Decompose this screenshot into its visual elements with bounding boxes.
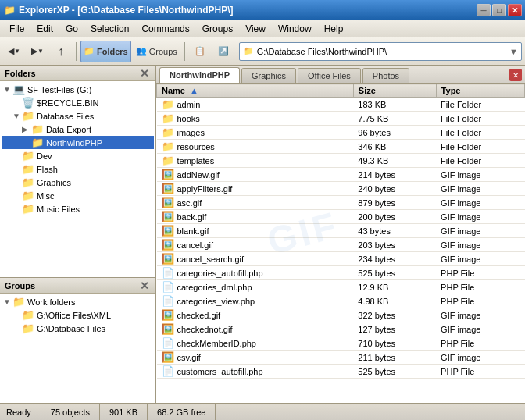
table-row[interactable]: 📄 customers_autofill.php 525 bytes PHP F… bbox=[157, 365, 525, 379]
table-row[interactable]: 📁 resources 346 KB File Folder bbox=[157, 140, 525, 154]
folder-icon: 💻 bbox=[12, 84, 25, 95]
menu-edit[interactable]: Edit bbox=[30, 22, 59, 36]
menu-commands[interactable]: Commands bbox=[135, 22, 195, 36]
folder-tree-item-recycle[interactable]: 🗑️$RECYCLE.BIN bbox=[2, 96, 154, 109]
tab-northwindphp[interactable]: NorthwindPHP bbox=[159, 67, 240, 83]
tab-close-button[interactable]: ✕ bbox=[509, 69, 522, 81]
table-row[interactable]: 📄 checkMemberID.php 710 bytes PHP File bbox=[157, 336, 525, 351]
folder-tree-item-northwind[interactable]: 📁NorthwindPHP bbox=[2, 136, 154, 149]
file-icon: 📁 bbox=[162, 155, 174, 166]
folder-tree-item-dataexport[interactable]: ▶📁Data Export bbox=[2, 123, 154, 136]
folder-icon: 📁 bbox=[22, 150, 34, 162]
title-bar: 📁 ExplorerXP - [G:\Database Files\Northw… bbox=[0, 0, 525, 20]
table-row[interactable]: 🖼️ csv.gif 211 bytes GIF image bbox=[157, 351, 525, 365]
table-row[interactable]: 🖼️ checkednot.gif 127 bytes GIF image bbox=[157, 322, 525, 336]
folder-tree-item-dev[interactable]: 📁Dev bbox=[2, 149, 154, 162]
forward-button[interactable]: ▶ ▼ bbox=[27, 41, 48, 62]
action-button-1[interactable]: 📋 bbox=[189, 41, 211, 62]
menu-groups[interactable]: Groups bbox=[196, 22, 239, 36]
menu-selection[interactable]: Selection bbox=[84, 22, 135, 36]
table-row[interactable]: 🖼️ asc.gif 879 bytes GIF image bbox=[157, 196, 525, 210]
folder-tree-item-sf[interactable]: ▼💻SF TestFiles (G:) bbox=[2, 83, 154, 96]
tab-graphics[interactable]: Graphics bbox=[241, 68, 296, 83]
file-icon: 📄 bbox=[162, 337, 174, 349]
file-name-cell: 📁 hooks bbox=[157, 112, 354, 126]
file-icon: 📁 bbox=[162, 141, 174, 152]
table-row[interactable]: 🖼️ cancel_search.gif 234 bytes GIF image bbox=[157, 252, 525, 266]
table-row[interactable]: 🖼️ checked.gif 322 bytes GIF image bbox=[157, 308, 525, 322]
table-row[interactable]: 🖼️ back.gif 200 bytes GIF image bbox=[157, 210, 525, 224]
table-row[interactable]: 📁 templates 49.3 KB File Folder bbox=[157, 154, 525, 168]
file-name-cell: 📁 images bbox=[157, 126, 354, 140]
close-button[interactable]: ✕ bbox=[508, 4, 522, 16]
folder-tree-item-flash[interactable]: 📁Flash bbox=[2, 162, 154, 176]
file-type-cell: GIF image bbox=[436, 238, 524, 252]
file-type-cell: GIF image bbox=[436, 224, 524, 238]
back-icon: ◀ bbox=[8, 46, 14, 56]
file-icon: 📁 bbox=[162, 112, 174, 124]
file-name-cell: 🖼️ applyFilters.gif bbox=[157, 182, 354, 196]
folders-button[interactable]: 📁 Folders bbox=[80, 41, 131, 62]
column-name[interactable]: Name ▲ bbox=[157, 84, 354, 98]
groups-panel: Groups ✕ ▼📁Work folders📁G:\Office Files\… bbox=[0, 278, 155, 403]
folder-tree-item-graphics[interactable]: 📁Graphics bbox=[2, 176, 154, 189]
file-name: back.gif bbox=[177, 212, 207, 222]
table-row[interactable]: 📄 categories_view.php 4.98 KB PHP File bbox=[157, 294, 525, 308]
status-objects-text: 75 objects bbox=[51, 408, 90, 417]
column-size[interactable]: Size bbox=[353, 84, 436, 98]
maximize-button[interactable]: □ bbox=[492, 4, 506, 16]
up-button[interactable]: ↑ bbox=[50, 41, 72, 62]
menu-help[interactable]: Help bbox=[318, 22, 350, 36]
folder-tree-item-misc[interactable]: 📁Misc bbox=[2, 189, 154, 202]
table-row[interactable]: 🖼️ addNew.gif 214 bytes GIF image bbox=[157, 168, 525, 182]
table-row[interactable]: 🖼️ applyFilters.gif 240 bytes GIF image bbox=[157, 182, 525, 196]
table-row[interactable]: 📁 hooks 7.75 KB File Folder bbox=[157, 112, 525, 126]
table-row[interactable]: 📄 categories_autofill.php 525 bytes PHP … bbox=[157, 266, 525, 280]
address-dropdown-icon[interactable]: ▼ bbox=[509, 47, 518, 56]
tab-photos[interactable]: Photos bbox=[362, 68, 409, 83]
file-size-cell: 211 bytes bbox=[353, 351, 436, 365]
file-size-cell: 4.98 KB bbox=[353, 294, 436, 308]
table-row[interactable]: 📁 admin 183 KB File Folder bbox=[157, 98, 525, 112]
file-list-container[interactable]: GIF Name ▲ Size Type bbox=[156, 84, 525, 403]
file-name-cell: 📄 customers_autofill.php bbox=[157, 365, 354, 379]
file-icon: 📄 bbox=[162, 267, 174, 279]
status-ready-text: Ready bbox=[6, 408, 31, 417]
groups-header: Groups ✕ bbox=[0, 278, 155, 294]
group-tree-item-dbfiles2[interactable]: 📁G:\Database Files bbox=[2, 322, 154, 335]
groups-close-button[interactable]: ✕ bbox=[138, 279, 151, 292]
menu-file[interactable]: File bbox=[3, 22, 30, 36]
groups-button[interactable]: 👥 Groups bbox=[133, 41, 180, 62]
menu-view[interactable]: View bbox=[239, 22, 272, 36]
file-size-cell: 43 bytes bbox=[353, 224, 436, 238]
groups-label: Groups bbox=[149, 47, 177, 56]
group-tree-item-work[interactable]: ▼📁Work folders bbox=[2, 295, 154, 308]
folders-close-button[interactable]: ✕ bbox=[138, 67, 151, 80]
folders-label: Folders bbox=[97, 47, 128, 56]
address-bar[interactable]: 📁 G:\Database Files\NorthwindPHP\ ▼ bbox=[239, 42, 522, 61]
main-layout: Folders ✕ ▼💻SF TestFiles (G:)🗑️$RECYCLE.… bbox=[0, 66, 525, 403]
table-row[interactable]: 📁 images 96 bytes File Folder bbox=[157, 126, 525, 140]
folder-tree-item-music[interactable]: 📁Music Files bbox=[2, 202, 154, 215]
minimize-button[interactable]: ─ bbox=[477, 4, 491, 16]
group-tree-item-office[interactable]: 📁G:\Office Files\XML bbox=[2, 308, 154, 322]
file-size-cell: 183 KB bbox=[353, 98, 436, 112]
menu-window[interactable]: Window bbox=[272, 22, 318, 36]
menu-go[interactable]: Go bbox=[59, 22, 84, 36]
table-row[interactable]: 📄 categories_dml.php 12.9 KB PHP File bbox=[157, 280, 525, 294]
file-size-cell: 49.3 KB bbox=[353, 154, 436, 168]
table-row[interactable]: 🖼️ cancel.gif 203 bytes GIF image bbox=[157, 238, 525, 252]
file-name-cell: 📁 templates bbox=[157, 154, 354, 168]
file-name-cell: 🖼️ asc.gif bbox=[157, 196, 354, 210]
column-type[interactable]: Type bbox=[436, 84, 524, 98]
status-free-text: 68.2 GB free bbox=[157, 408, 205, 417]
file-name: hooks bbox=[177, 114, 200, 123]
action-button-2[interactable]: ↗️ bbox=[212, 41, 234, 62]
file-icon: 🖼️ bbox=[162, 323, 174, 335]
file-name-cell: 🖼️ checkednot.gif bbox=[157, 322, 354, 336]
tab-officefiles[interactable]: Office Files bbox=[298, 68, 361, 83]
table-row[interactable]: 🖼️ blank.gif 43 bytes GIF image bbox=[157, 224, 525, 238]
toolbar-separator-1 bbox=[76, 42, 77, 61]
back-button[interactable]: ◀ ▼ bbox=[3, 41, 25, 62]
folder-tree-item-dbfiles[interactable]: ▼📁Database Files bbox=[2, 109, 154, 123]
